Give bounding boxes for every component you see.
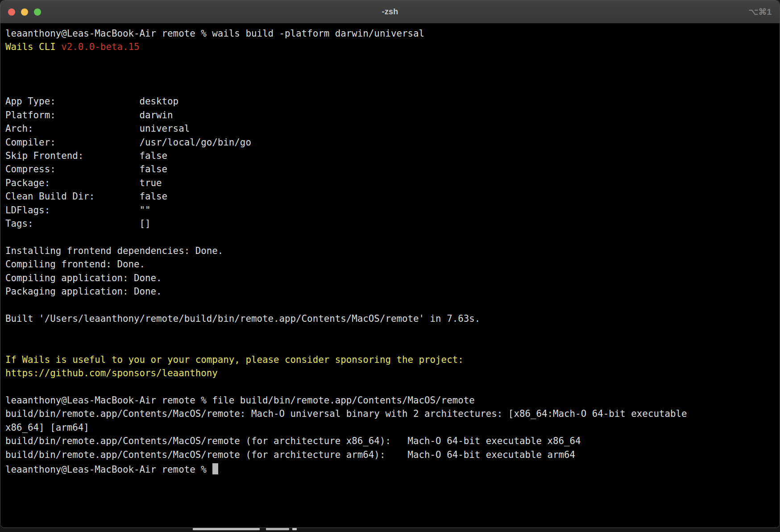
terminal-line: Compress: false bbox=[5, 162, 778, 176]
terminal-line bbox=[5, 54, 778, 67]
terminal-text: x86_64] [arm64] bbox=[5, 422, 89, 433]
terminal-line: leaanthony@Leas-MacBook-Air remote % fil… bbox=[5, 394, 778, 407]
terminal-line bbox=[5, 339, 778, 353]
terminal-line: Skip Frontend: false bbox=[5, 149, 778, 162]
terminal-line: leaanthony@Leas-MacBook-Air remote % wai… bbox=[5, 27, 778, 40]
terminal-line bbox=[5, 326, 778, 339]
terminal-line bbox=[5, 67, 778, 81]
terminal-text: Platform: darwin bbox=[5, 110, 173, 121]
terminal-text: https://github.com/sponsors/leaanthony bbox=[5, 368, 218, 378]
terminal-text: Wails CLI bbox=[5, 42, 61, 52]
minimize-button[interactable] bbox=[21, 8, 28, 16]
background-text-fragment bbox=[266, 528, 289, 530]
terminal-line: leaanthony@Leas-MacBook-Air remote % bbox=[5, 461, 778, 475]
terminal-line: Package: true bbox=[5, 176, 778, 190]
terminal-text: Built '/Users/leaanthony/remote/build/bi… bbox=[5, 313, 480, 324]
terminal-text: Compiler: /usr/local/go/bin/go bbox=[5, 137, 251, 148]
terminal-text: leaanthony@Leas-MacBook-Air remote % bbox=[5, 464, 212, 475]
terminal-text: leaanthony@Leas-MacBook-Air remote % wai… bbox=[5, 28, 424, 39]
terminal-line: Wails CLI v2.0.0-beta.15 bbox=[5, 40, 778, 54]
terminal-body[interactable]: leaanthony@Leas-MacBook-Air remote % wai… bbox=[0, 24, 780, 528]
traffic-lights bbox=[8, 0, 41, 23]
titlebar[interactable]: -zsh ⌥⌘1 bbox=[0, 0, 780, 24]
terminal-text: Package: true bbox=[5, 178, 162, 188]
terminal-text: Installing frontend dependencies: Done. bbox=[5, 245, 223, 256]
terminal-cursor bbox=[212, 463, 218, 474]
terminal-line: Compiling application: Done. bbox=[5, 271, 778, 285]
terminal-line: Built '/Users/leaanthony/remote/build/bi… bbox=[5, 312, 778, 325]
zoom-button[interactable] bbox=[34, 8, 41, 16]
background-text-fragment bbox=[292, 528, 297, 530]
close-button[interactable] bbox=[8, 8, 15, 16]
terminal-text: v2.0.0-beta.15 bbox=[61, 42, 139, 52]
terminal-line: LDFlags: "" bbox=[5, 204, 778, 217]
terminal-text: App Type: desktop bbox=[5, 96, 178, 107]
terminal-window: -zsh ⌥⌘1 leaanthony@Leas-MacBook-Air rem… bbox=[0, 0, 780, 528]
terminal-line bbox=[5, 231, 778, 244]
terminal-line bbox=[5, 299, 778, 312]
terminal-line: x86_64] [arm64] bbox=[5, 421, 778, 434]
terminal-line: Platform: darwin bbox=[5, 108, 778, 122]
terminal-text: Skip Frontend: false bbox=[5, 150, 167, 161]
terminal-text: Packaging application: Done. bbox=[5, 286, 162, 297]
window-title: -zsh bbox=[0, 7, 780, 17]
terminal-line: Installing frontend dependencies: Done. bbox=[5, 244, 778, 258]
terminal-line: Packaging application: Done. bbox=[5, 285, 778, 298]
terminal-line: https://github.com/sponsors/leaanthony bbox=[5, 366, 778, 380]
terminal-text: build/bin/remote.app/Contents/MacOS/remo… bbox=[5, 436, 581, 446]
terminal-line: Compiler: /usr/local/go/bin/go bbox=[5, 136, 778, 149]
terminal-line: build/bin/remote.app/Contents/MacOS/remo… bbox=[5, 407, 778, 420]
terminal-text: Compiling application: Done. bbox=[5, 273, 162, 283]
terminal-line bbox=[5, 380, 778, 393]
terminal-line: If Wails is useful to you or your compan… bbox=[5, 353, 778, 366]
tab-shortcut-hint: ⌥⌘1 bbox=[749, 0, 772, 23]
terminal-line: build/bin/remote.app/Contents/MacOS/remo… bbox=[5, 448, 778, 461]
terminal-line: Compiling frontend: Done. bbox=[5, 258, 778, 271]
background-text-fragment bbox=[193, 528, 260, 530]
terminal-line: Arch: universal bbox=[5, 122, 778, 135]
terminal-text: Tags: [] bbox=[5, 218, 151, 229]
terminal-text: Compress: false bbox=[5, 164, 167, 175]
terminal-text: Arch: universal bbox=[5, 123, 190, 134]
terminal-line: App Type: desktop bbox=[5, 95, 778, 108]
terminal-text: Clean Build Dir: false bbox=[5, 191, 167, 202]
terminal-line bbox=[5, 81, 778, 95]
terminal-text: If Wails is useful to you or your compan… bbox=[5, 354, 464, 365]
terminal-text: leaanthony@Leas-MacBook-Air remote % fil… bbox=[5, 395, 475, 406]
terminal-text: build/bin/remote.app/Contents/MacOS/remo… bbox=[5, 449, 575, 460]
terminal-line: Clean Build Dir: false bbox=[5, 190, 778, 203]
terminal-text: Compiling frontend: Done. bbox=[5, 259, 145, 270]
terminal-line: Tags: [] bbox=[5, 217, 778, 230]
terminal-text: build/bin/remote.app/Contents/MacOS/remo… bbox=[5, 408, 687, 419]
terminal-line: build/bin/remote.app/Contents/MacOS/remo… bbox=[5, 434, 778, 448]
terminal-text: LDFlags: "" bbox=[5, 205, 151, 216]
